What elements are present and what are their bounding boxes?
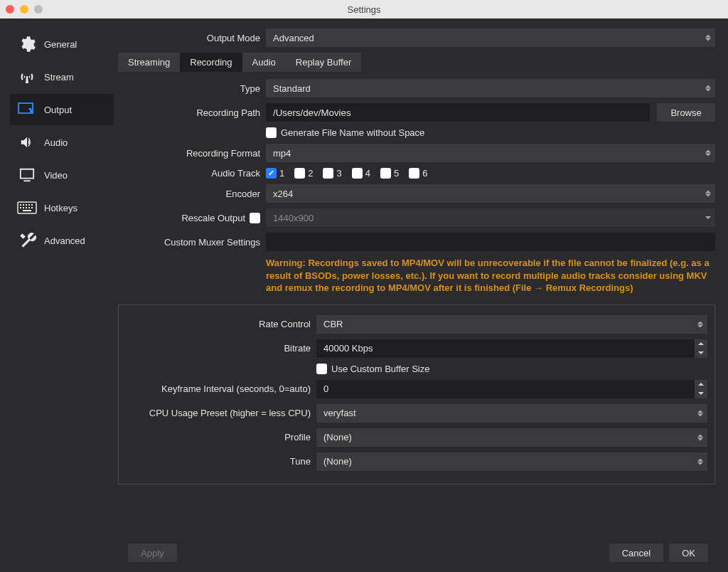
recording-path-label: Recording Path — [118, 107, 260, 118]
sidebar-item-output[interactable]: Output — [10, 94, 114, 125]
keyframe-spinbox[interactable] — [316, 380, 707, 398]
sidebar-item-label: Output — [44, 105, 72, 115]
browse-button[interactable]: Browse — [657, 103, 715, 122]
sidebar-item-audio[interactable]: Audio — [10, 127, 114, 158]
monitor-icon — [17, 166, 37, 184]
muxer-label: Custom Muxer Settings — [118, 237, 260, 248]
gear-icon — [17, 36, 37, 53]
tools-icon — [17, 232, 37, 249]
custom-buffer-checkbox[interactable] — [316, 364, 327, 374]
svg-rect-3 — [26, 204, 27, 206]
output-tabs: Streaming Recording Audio Replay Buffer — [118, 53, 715, 72]
svg-rect-6 — [20, 207, 21, 208]
zoom-window-icon[interactable] — [34, 5, 43, 14]
broadcast-icon — [17, 68, 37, 85]
track-1-checkbox[interactable] — [266, 168, 277, 179]
output-mode-label: Output Mode — [118, 33, 260, 43]
bitrate-label: Bitrate — [126, 343, 311, 354]
keyframe-label: Keyframe Interval (seconds, 0=auto) — [126, 383, 311, 394]
keyboard-icon — [17, 199, 37, 216]
sidebar: General Stream Output Audio Video Hotkey… — [0, 18, 114, 572]
custom-buffer-label: Use Custom Buffer Size — [331, 364, 429, 374]
window-title: Settings — [348, 4, 381, 15]
profile-label: Profile — [126, 432, 311, 443]
sidebar-item-hotkeys[interactable]: Hotkeys — [10, 192, 114, 223]
svg-rect-8 — [26, 207, 27, 208]
minimize-window-icon[interactable] — [20, 5, 28, 14]
output-mode-select[interactable]: Advanced — [266, 28, 715, 47]
tune-select[interactable]: (None) — [316, 452, 707, 471]
svg-rect-10 — [31, 207, 33, 208]
recording-path-input[interactable] — [266, 103, 650, 122]
chevron-updown-icon — [697, 321, 703, 327]
sidebar-item-video[interactable]: Video — [10, 159, 114, 191]
spin-up-icon[interactable] — [695, 339, 707, 349]
track-6-checkbox[interactable] — [409, 168, 419, 179]
muxer-input[interactable] — [266, 233, 715, 251]
chevron-updown-icon — [697, 434, 703, 440]
profile-select[interactable]: (None) — [316, 428, 707, 447]
rate-control-label: Rate Control — [126, 319, 311, 329]
ok-button[interactable]: OK — [669, 544, 708, 562]
cancel-button[interactable]: Cancel — [609, 544, 663, 562]
chevron-updown-icon — [705, 150, 711, 157]
sidebar-item-label: Audio — [44, 137, 68, 148]
chevron-updown-icon — [697, 410, 703, 416]
cpu-preset-select[interactable]: veryfast — [316, 404, 707, 423]
tab-streaming[interactable]: Streaming — [118, 53, 180, 72]
svg-rect-4 — [28, 204, 30, 206]
type-select[interactable]: Standard — [266, 79, 715, 97]
speaker-icon — [17, 134, 37, 151]
rescale-output-label: Rescale Output — [181, 213, 245, 223]
traffic-lights — [6, 5, 43, 14]
tab-recording[interactable]: Recording — [180, 53, 242, 72]
rescale-checkbox[interactable] — [250, 213, 260, 223]
encoder-label: Encoder — [118, 189, 260, 199]
sidebar-item-label: Hotkeys — [44, 203, 77, 213]
audio-track-label: Audio Track — [118, 168, 260, 179]
chevron-updown-icon — [705, 85, 711, 92]
track-3-checkbox[interactable] — [323, 168, 333, 179]
svg-rect-5 — [31, 204, 33, 206]
no-space-label: Generate File Name without Space — [281, 127, 424, 138]
sidebar-item-general[interactable]: General — [10, 28, 114, 60]
rescale-output-select[interactable]: 1440x900 — [266, 208, 715, 227]
recording-format-label: Recording Format — [118, 148, 260, 159]
recording-format-select[interactable]: mp4 — [266, 144, 715, 162]
encoder-settings-group: Rate Control CBR Bitrate — [118, 304, 715, 484]
sidebar-item-label: Advanced — [44, 235, 85, 246]
spin-down-icon[interactable] — [695, 349, 707, 358]
apply-button[interactable]: Apply — [128, 544, 177, 562]
spin-up-icon[interactable] — [695, 380, 707, 389]
tab-replay-buffer[interactable]: Replay Buffer — [286, 53, 362, 72]
close-window-icon[interactable] — [6, 5, 14, 14]
svg-rect-11 — [23, 210, 31, 211]
svg-rect-2 — [23, 204, 24, 206]
bitrate-spinbox[interactable] — [316, 339, 707, 358]
rate-control-select[interactable]: CBR — [316, 315, 707, 334]
chevron-down-icon — [705, 216, 711, 219]
titlebar: Settings — [0, 0, 728, 18]
main-panel: Output Mode Advanced Streaming Recording… — [114, 18, 728, 572]
sidebar-item-stream[interactable]: Stream — [10, 61, 114, 92]
tune-label: Tune — [126, 456, 311, 467]
svg-rect-1 — [20, 204, 21, 206]
sidebar-item-label: General — [44, 39, 77, 50]
output-icon — [17, 101, 37, 118]
track-4-checkbox[interactable] — [352, 168, 363, 179]
spin-down-icon[interactable] — [695, 389, 707, 398]
no-space-checkbox[interactable] — [266, 127, 277, 138]
mp4-warning: Warning: Recordings saved to MP4/MOV wil… — [118, 257, 715, 295]
track-5-checkbox[interactable] — [380, 168, 391, 179]
tab-audio[interactable]: Audio — [242, 53, 286, 72]
sidebar-item-advanced[interactable]: Advanced — [10, 225, 114, 256]
cpu-preset-label: CPU Usage Preset (higher = less CPU) — [126, 408, 311, 418]
svg-rect-7 — [23, 207, 24, 208]
sidebar-item-label: Video — [44, 170, 68, 181]
encoder-select[interactable]: x264 — [266, 184, 715, 203]
sidebar-item-label: Stream — [44, 72, 74, 83]
type-label: Type — [118, 83, 260, 94]
chevron-updown-icon — [705, 191, 711, 197]
chevron-updown-icon — [705, 35, 711, 41]
track-2-checkbox[interactable] — [294, 168, 305, 179]
